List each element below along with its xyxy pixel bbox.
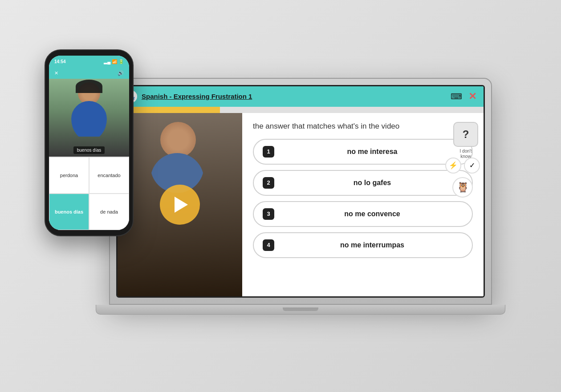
option-3-number: 3 [263, 208, 274, 220]
video-section [118, 113, 242, 296]
dont-know-button[interactable]: ? I don'tknow [451, 122, 480, 159]
phone-status-bar: 14:54 ▂▄ 📶 🔋 [49, 56, 129, 68]
option-4-text: no me interrumpas [281, 241, 463, 249]
option-4-number: 4 [263, 239, 274, 251]
close-button[interactable]: ✕ [468, 91, 476, 102]
owl-icon[interactable]: 🦉 [452, 177, 473, 198]
phone-device: 14:54 ▂▄ 📶 🔋 ✕ 🔊 [45, 49, 134, 236]
phone-option-2[interactable]: encantado [89, 157, 129, 194]
option-1-text: no me interesa [281, 148, 463, 156]
app-title: Spanish - Expressing Frustration 1 [142, 93, 445, 100]
video-placeholder [118, 113, 242, 296]
dont-know-icon: ? [453, 122, 478, 147]
phone-signal-icons: ▂▄ 📶 🔋 [104, 59, 124, 64]
laptop-body: 🐾 Spanish - Expressing Frustration 1 ⌨ ✕ [109, 78, 492, 305]
phone-option-4[interactable]: de nada [89, 194, 129, 230]
option-1-number: 1 [263, 146, 274, 158]
question-text: the answer that matches what's in the vi… [253, 122, 473, 131]
laptop-screen: 🐾 Spanish - Expressing Frustration 1 ⌨ ✕ [116, 85, 485, 298]
lightning-icon[interactable]: ⚡ [445, 158, 461, 174]
phone-option-1[interactable]: perdona [49, 157, 89, 194]
check-icon[interactable]: ✓ [464, 158, 480, 174]
side-icons-row-1: ⚡ ✓ [445, 158, 480, 174]
app-header: 🐾 Spanish - Expressing Frustration 1 ⌨ ✕ [118, 86, 484, 107]
play-button[interactable] [160, 185, 200, 225]
laptop-notch [283, 307, 318, 311]
question-section: the answer that matches what's in the vi… [242, 113, 484, 296]
phone-option-3[interactable]: buenos días [49, 194, 89, 230]
laptop-device: 🐾 Spanish - Expressing Frustration 1 ⌨ ✕ [109, 78, 505, 315]
progress-bar-container [118, 107, 484, 113]
option-2-text: no lo gafes [281, 179, 463, 187]
app-body: the answer that matches what's in the vi… [118, 113, 484, 296]
option-2-number: 2 [263, 177, 274, 189]
phone-video-area: buenos días [49, 79, 129, 157]
header-icons: ⌨ ✕ [450, 90, 476, 103]
phone-volume-icon[interactable]: 🔊 [118, 70, 124, 76]
phone-time: 14:54 [54, 59, 66, 64]
keyboard-icon[interactable]: ⌨ [450, 90, 463, 103]
play-triangle-icon [175, 197, 188, 213]
phone-controls-bar: ✕ 🔊 [49, 68, 129, 79]
answer-option-1[interactable]: 1 no me interesa [253, 139, 473, 165]
answer-option-3[interactable]: 3 no me convence [253, 201, 473, 227]
laptop-base [96, 305, 505, 315]
side-icons-panel: ⚡ ✓ 🦉 [445, 158, 480, 198]
option-3-text: no me convence [281, 210, 463, 218]
answer-option-2[interactable]: 2 no lo gafes [253, 170, 473, 196]
phone-answers-grid: perdona encantado buenos días de nada [49, 157, 129, 230]
answer-option-4[interactable]: 4 no me interrumpas [253, 232, 473, 258]
phone-close-icon[interactable]: ✕ [54, 70, 58, 76]
